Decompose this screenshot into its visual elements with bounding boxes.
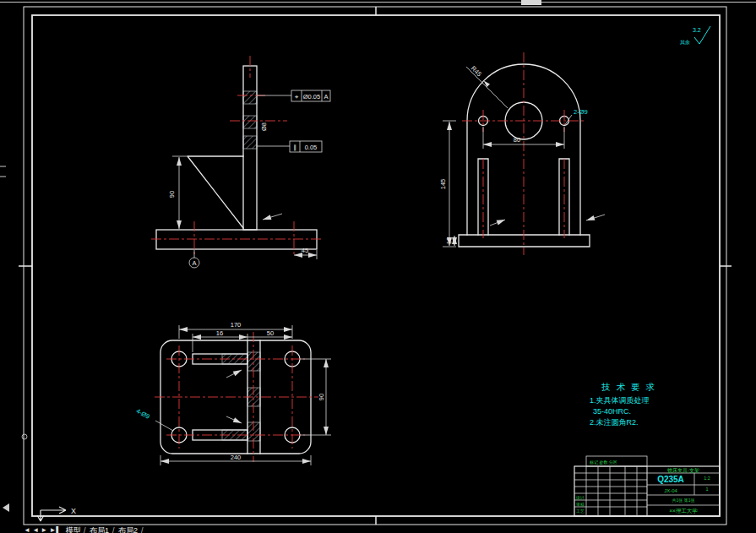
datum-letter: A (192, 259, 196, 267)
tech-req-title: 技 术 要 求 (601, 382, 656, 392)
view-direction-arrow (586, 215, 605, 220)
weld-arrow (490, 220, 505, 226)
drawing-frame (19, 7, 732, 525)
cad-application-window: 其余 3.2 90 45 Ø8 ⌖ Ø0.05 A (0, 0, 756, 533)
row-label-check: 审核 (576, 502, 585, 507)
drawing-number: JX-04 (664, 488, 677, 493)
tech-req-line1: 1.夹具体调质处理 (590, 396, 650, 405)
dim-hole-spacing-170: 170 (231, 321, 242, 329)
centerlines (462, 52, 585, 255)
gdt-position-datum: A (324, 93, 328, 101)
dim-offset-50: 50 (267, 329, 274, 337)
dim-base-45: 45 (302, 247, 308, 254)
dim-width-240: 240 (231, 454, 242, 461)
top-view: 170 16 50 90 240 4-Ø9 (135, 321, 331, 465)
gdt-parallel-tolerance: 0.05 (305, 144, 318, 151)
quantity-value: 1 (705, 487, 708, 492)
corner-holes-callout: 4-Ø9 (135, 407, 151, 421)
gdt-position-tolerance: Ø0.05 (303, 93, 320, 101)
gdt-parallel-symbol-icon: ∥ (293, 144, 296, 151)
base-plate-section (156, 230, 317, 249)
dim-hole-spacing-90: 90 (318, 394, 325, 400)
hole-callout: Ø8 (260, 122, 268, 131)
tab-separator: / (84, 526, 86, 533)
gdt-position-frame: ⌖ Ø0.05 A (257, 90, 330, 101)
radius-callout: R45 (470, 64, 483, 78)
part-name: 铣床夹具-支架 (666, 467, 699, 474)
cad-canvas[interactable]: 其余 3.2 90 45 Ø8 ⌖ Ø0.05 A (0, 0, 756, 533)
dim-height-145: 145 (439, 179, 447, 190)
tab-layout1[interactable]: 布局1 (90, 526, 109, 533)
tab-layout2[interactable]: 布局2 (118, 526, 138, 533)
dim-base-thickness-10: 10 (445, 237, 453, 244)
tab-separator: / (141, 526, 144, 533)
tab-separator: / (112, 526, 115, 533)
datum-symbol: A (189, 250, 199, 268)
organization-name: ××理工大学 (669, 508, 698, 514)
sheet-info: 共1张 第1张 (672, 498, 695, 503)
row-label-process: 工艺 (576, 509, 585, 514)
view-direction-arrow (263, 214, 282, 220)
top-toolbar-remnant (0, 0, 756, 5)
base-plate (459, 235, 590, 247)
ucs-icon: X (37, 507, 76, 521)
surface-roughness-note: 其余 3.2 (680, 26, 710, 46)
roughness-rest-label: 其余 (680, 40, 690, 46)
dim-slot-16: 16 (216, 329, 223, 337)
scroll-left-arrow-icon[interactable] (3, 503, 9, 512)
scale-value: 1:2 (704, 476, 710, 481)
title-block: 标记 处数 分区 铣床夹具-支架 Q235A 1:2 1 JX-04 共1张 第… (574, 456, 720, 516)
tech-req-line3: 2.未注圆角R2. (590, 418, 639, 427)
bolt-holes-callout: 2-Ø9 (574, 108, 588, 116)
material-grade: Q235A (657, 475, 684, 484)
gdt-position-symbol-icon: ⌖ (295, 93, 299, 101)
title-block-ext-note: 标记 处数 分区 (589, 460, 617, 465)
tab-model[interactable]: 模型 (65, 526, 81, 533)
left-edge-ui-remnant (0, 166, 6, 177)
dim-hole-spacing-80: 80 (514, 136, 520, 144)
layout-tab-bar: ◄ ◄ ► ►▌ 模型 / 布局1 / 布局2 / (24, 525, 144, 533)
dim-height-90: 90 (168, 191, 176, 198)
tech-req-line2: 35-40HRC. (593, 407, 631, 416)
technical-requirements: 技 术 要 求 1.夹具体调质处理 35-40HRC. 2.未注圆角R2. (590, 382, 656, 427)
gusset-rib (188, 156, 243, 228)
roughness-value: 3.2 (693, 27, 701, 33)
gdt-parallel-frame: ∥ 0.05 (257, 141, 322, 152)
weld-arrow (226, 370, 242, 378)
weld-arrow (226, 416, 242, 423)
tab-nav-buttons[interactable]: ◄ ◄ ► ►▌ (24, 525, 61, 533)
row-label-design: 设计 (575, 495, 585, 500)
front-view: 90 45 Ø8 ⌖ Ø0.05 A ∥ 0.05 A (151, 56, 330, 268)
ucs-x-label: X (71, 507, 76, 515)
side-view: 145 80 10 R45 2-Ø9 (439, 52, 605, 255)
